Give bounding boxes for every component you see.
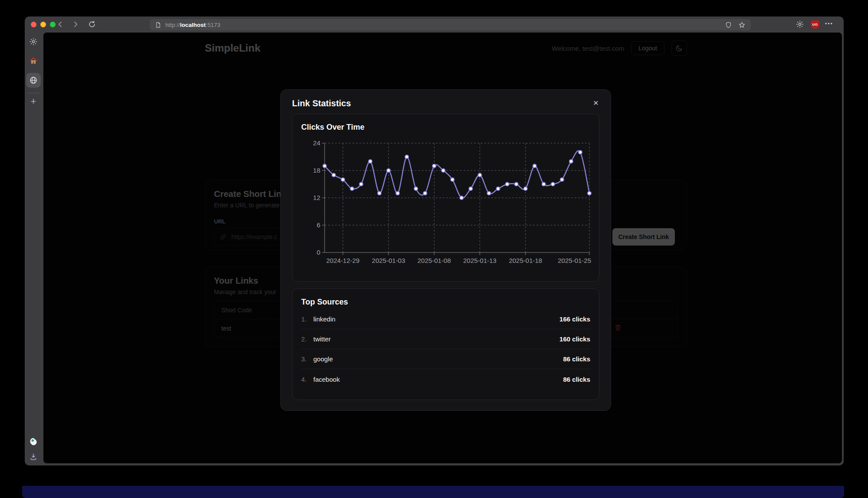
desktop-accent-strip — [22, 486, 844, 498]
source-rank: 3. — [301, 355, 313, 363]
source-rank: 2. — [301, 335, 313, 343]
download-icon — [29, 452, 38, 461]
adblocker-extension-button[interactable]: UO — [811, 20, 819, 29]
source-clicks: 86 clicks — [563, 376, 590, 383]
source-name: twitter — [313, 335, 331, 343]
svg-text:2024-12-29: 2024-12-29 — [326, 257, 360, 264]
settings-button[interactable] — [29, 37, 38, 46]
svg-text:18: 18 — [313, 167, 320, 174]
gear-icon — [29, 37, 38, 46]
minimize-window-button[interactable] — [40, 22, 46, 27]
house-icon — [29, 56, 38, 65]
svg-text:24: 24 — [313, 139, 320, 147]
back-button[interactable] — [56, 20, 65, 29]
shield-icon[interactable] — [725, 21, 732, 29]
gear-icon — [796, 20, 804, 29]
page-viewport: SimpleLink Welcome, test@test.com Logout… — [43, 33, 842, 463]
svg-text:6: 6 — [317, 221, 320, 229]
sidebar-divider — [28, 93, 39, 93]
active-tab-localhost[interactable] — [26, 73, 41, 88]
chevron-right-icon — [71, 20, 80, 29]
source-name: linkedin — [313, 315, 335, 323]
source-clicks: 166 clicks — [559, 315, 590, 323]
source-row: 4. facebook 86 clicks — [301, 369, 590, 389]
reload-button[interactable] — [88, 20, 96, 29]
url-bar[interactable]: http://localhost:5173 — [150, 19, 751, 30]
source-rank: 4. — [301, 376, 313, 383]
bookmark-star-icon[interactable] — [738, 21, 746, 29]
source-name: google — [313, 355, 333, 363]
globe-icon — [29, 76, 38, 85]
close-modal-button[interactable]: × — [592, 98, 599, 107]
downloads-button[interactable] — [29, 452, 38, 461]
svg-text:2025-01-03: 2025-01-03 — [372, 257, 405, 264]
extensions-button[interactable] — [796, 20, 804, 29]
new-tab-button[interactable]: + — [29, 96, 38, 107]
svg-text:2025-01-08: 2025-01-08 — [418, 257, 451, 264]
source-clicks: 160 clicks — [559, 335, 590, 343]
url-text: http://localhost:5173 — [165, 22, 220, 28]
window-controls — [31, 22, 56, 27]
top-sources-panel: Top Sources 1. linkedin 166 clicks 2. tw… — [292, 288, 599, 400]
zoom-window-button[interactable] — [50, 22, 56, 27]
source-clicks: 86 clicks — [563, 355, 590, 363]
source-list: 1. linkedin 166 clicks 2. twitter 160 cl… — [301, 309, 590, 389]
pinned-tab-home[interactable] — [29, 56, 38, 65]
reload-icon — [88, 20, 96, 29]
adblocker-badge-text: UO — [812, 23, 818, 26]
chevron-left-icon — [56, 20, 65, 29]
svg-text:2025-01-13: 2025-01-13 — [463, 257, 496, 264]
clicks-over-time-panel: Clicks Over Time 061218242024-12-292025-… — [292, 114, 599, 282]
svg-text:12: 12 — [313, 194, 320, 201]
source-row: 2. twitter 160 clicks — [301, 329, 590, 349]
profile-button[interactable] — [29, 437, 38, 446]
source-rank: 1. — [301, 315, 313, 323]
svg-text:2025-01-18: 2025-01-18 — [509, 257, 542, 264]
page-icon — [155, 22, 161, 28]
browser-window: http://localhost:5173 UO ••• — [25, 16, 844, 465]
svg-text:0: 0 — [317, 249, 320, 256]
sources-title: Top Sources — [301, 298, 590, 307]
close-window-button[interactable] — [31, 22, 36, 27]
profile-avatar-icon — [29, 437, 38, 446]
overflow-menu-button[interactable]: ••• — [825, 21, 833, 27]
chart-title: Clicks Over Time — [301, 123, 590, 132]
source-row: 1. linkedin 166 clicks — [301, 309, 590, 329]
clicks-over-time-chart: 061218242024-12-292025-01-032025-01-0820… — [301, 136, 592, 266]
browser-toolbar: http://localhost:5173 UO ••• — [25, 16, 844, 33]
modal-title: Link Statistics — [292, 98, 351, 108]
source-name: facebook — [313, 376, 340, 383]
svg-text:2025-01-25: 2025-01-25 — [558, 257, 591, 264]
link-statistics-modal: Link Statistics × Clicks Over Time 06121… — [280, 89, 611, 411]
source-row: 3. google 86 clicks — [301, 349, 590, 369]
forward-button[interactable] — [71, 20, 80, 29]
modal-header: Link Statistics × — [292, 98, 599, 108]
